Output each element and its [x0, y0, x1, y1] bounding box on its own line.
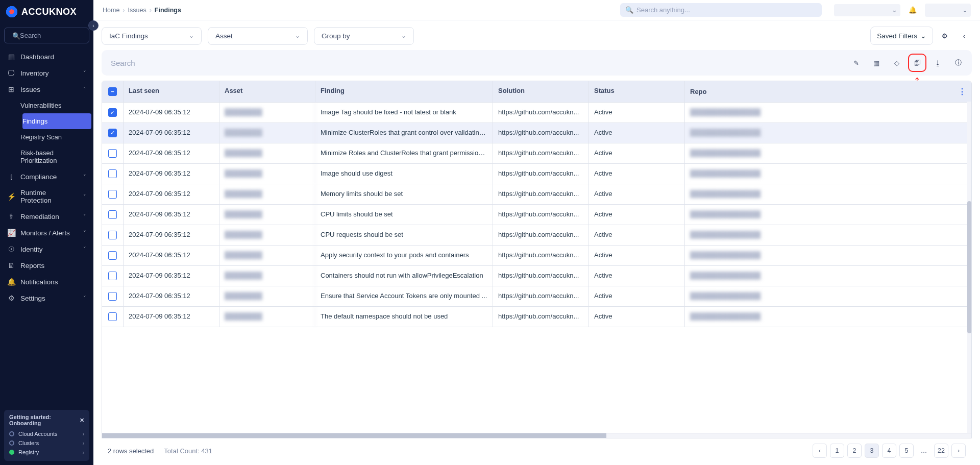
table-row[interactable]: 2024-07-09 06:35:12████████The default n… — [102, 307, 971, 327]
sidebar-item-findings[interactable]: Findings — [22, 113, 91, 129]
row-checkbox[interactable] — [108, 169, 117, 178]
global-search-input[interactable] — [636, 6, 817, 14]
sidebar-item-monitors-alerts[interactable]: 📈Monitors / Alerts˅ — [0, 225, 93, 241]
sidebar-item-compliance[interactable]: ⫿Compliance˅ — [0, 168, 93, 185]
breadcrumb: Home›Issues›Findings — [103, 7, 181, 14]
info-icon[interactable]: ⓘ — [949, 54, 967, 71]
sidebar-search: 🔍 — [4, 28, 89, 43]
sidebar-item-vulnerabilities[interactable]: Vulnerabilities — [20, 97, 93, 113]
user-menu[interactable]: ⌄ — [925, 4, 971, 17]
nav-icon: ⊞ — [7, 85, 15, 93]
row-checkbox[interactable]: ✓ — [108, 129, 117, 137]
saved-filters-button[interactable]: Saved Filters ⌄ — [870, 27, 933, 45]
filter-settings-icon[interactable]: ⚙ — [937, 27, 952, 44]
col-repo[interactable]: Repo — [690, 88, 958, 95]
row-checkbox[interactable] — [108, 292, 117, 301]
search-icon: 🔍 — [625, 6, 633, 14]
table-column-menu-icon[interactable]: ⋮ — [958, 87, 966, 96]
row-checkbox[interactable]: ✓ — [108, 108, 117, 117]
page-2[interactable]: 2 — [847, 444, 862, 458]
columns-icon[interactable]: ▦ — [868, 54, 885, 71]
table-row[interactable]: 2024-07-09 06:35:12████████Minimize Role… — [102, 143, 971, 164]
sidebar-item-risk-based-prioritization[interactable]: Risk-based Prioritization — [20, 145, 93, 168]
table-row[interactable]: 2024-07-09 06:35:12████████Image should … — [102, 164, 971, 184]
cell-status: Active — [589, 286, 685, 306]
sidebar-item-registry-scan[interactable]: Registry Scan — [20, 129, 93, 145]
nav-icon: 🖵 — [7, 69, 15, 77]
total-count: Total Count: 431 — [164, 447, 212, 455]
onboard-step-cloud-accounts[interactable]: Cloud Accounts› — [9, 429, 84, 438]
chevron-up-icon: ˄ — [83, 86, 86, 93]
table-toolbar: ✎ ▦ ◇ 🗐 ↑ ⭳ ⓘ — [102, 50, 972, 76]
sidebar-item-notifications[interactable]: 🔔Notifications — [0, 274, 93, 290]
edit-icon[interactable]: ✎ — [847, 54, 865, 71]
filter-asset[interactable]: Asset ⌄ — [208, 27, 308, 45]
page-22[interactable]: 22 — [934, 444, 948, 458]
page-5[interactable]: 5 — [899, 444, 914, 458]
col-last-seen[interactable]: Last seen — [124, 81, 219, 102]
horizontal-scrollbar[interactable] — [102, 433, 971, 438]
filter-groupby[interactable]: Group by ⌄ — [314, 27, 414, 45]
sidebar-collapse-button[interactable]: ‹ — [88, 20, 99, 31]
notifications-icon[interactable]: 🔔 — [909, 6, 917, 14]
table-body[interactable]: ✓2024-07-09 06:35:12████████Image Tag sh… — [102, 103, 971, 433]
row-checkbox[interactable] — [108, 210, 117, 219]
sidebar-item-settings[interactable]: ⚙Settings˅ — [0, 290, 93, 306]
onboard-step-registry[interactable]: Registry› — [9, 448, 84, 457]
row-checkbox[interactable] — [108, 272, 117, 280]
col-status[interactable]: Status — [589, 81, 685, 102]
onboard-step-clusters[interactable]: Clusters› — [9, 438, 84, 448]
cell-solution: https://github.com/accukn... — [493, 143, 589, 163]
table-row[interactable]: ✓2024-07-09 06:35:12████████Image Tag sh… — [102, 103, 971, 123]
nav-icon: 📈 — [7, 229, 15, 237]
vertical-scrollbar[interactable] — [967, 102, 971, 433]
breadcrumb-home[interactable]: Home — [103, 7, 119, 14]
cell-last-seen: 2024-07-09 06:35:12 — [124, 225, 219, 245]
row-checkbox[interactable] — [108, 231, 117, 239]
filter-finding-type[interactable]: IaC Findings ⌄ — [102, 27, 202, 45]
page-next[interactable]: › — [951, 444, 966, 458]
page-3[interactable]: 3 — [865, 444, 879, 458]
sidebar-item-runtime-protection[interactable]: ⚡Runtime Protection˅ — [0, 185, 93, 208]
create-ticket-icon[interactable]: 🗐 ↑ — [909, 54, 926, 71]
filter-finding-type-label: IaC Findings — [109, 32, 148, 40]
sidebar-item-reports[interactable]: 🗎Reports — [0, 257, 93, 274]
table-row[interactable]: 2024-07-09 06:35:12████████Memory limits… — [102, 184, 971, 205]
tenant-switcher[interactable]: ⌄ — [834, 4, 900, 16]
row-checkbox[interactable] — [108, 190, 117, 199]
col-solution[interactable]: Solution — [493, 81, 589, 102]
col-asset[interactable]: Asset — [219, 81, 315, 102]
download-icon[interactable]: ⭳ — [929, 54, 946, 71]
table-row[interactable]: 2024-07-09 06:35:12████████CPU requests … — [102, 225, 971, 246]
table-row[interactable]: 2024-07-09 06:35:12████████Containers sh… — [102, 266, 971, 286]
row-checkbox[interactable] — [108, 251, 117, 260]
cell-status: Active — [589, 307, 685, 327]
tag-icon[interactable]: ◇ — [888, 54, 905, 71]
sidebar-item-remediation[interactable]: ⚕Remediation˅ — [0, 208, 93, 225]
cell-solution: https://github.com/accukn... — [493, 164, 589, 184]
cell-last-seen: 2024-07-09 06:35:12 — [124, 103, 219, 123]
select-all-checkbox[interactable]: – — [108, 87, 117, 96]
col-finding[interactable]: Finding — [315, 81, 493, 102]
table-row[interactable]: ✓2024-07-09 06:35:12████████Minimize Clu… — [102, 123, 971, 143]
chevron-down-icon: ⌄ — [920, 32, 926, 40]
sidebar-item-issues[interactable]: ⊞Issues˄ — [0, 81, 93, 97]
table-row[interactable]: 2024-07-09 06:35:12████████Apply securit… — [102, 246, 971, 266]
page-4[interactable]: 4 — [882, 444, 896, 458]
sidebar-item-identity[interactable]: ☉Identity˅ — [0, 241, 93, 257]
page-prev[interactable]: ‹ — [813, 444, 827, 458]
table-search-input[interactable] — [107, 56, 842, 70]
row-checkbox[interactable] — [108, 149, 117, 158]
table-row[interactable]: 2024-07-09 06:35:12████████CPU limits sh… — [102, 205, 971, 225]
breadcrumb-issues[interactable]: Issues — [128, 7, 146, 14]
page-1[interactable]: 1 — [830, 444, 844, 458]
row-checkbox[interactable] — [108, 312, 117, 321]
cell-last-seen: 2024-07-09 06:35:12 — [124, 286, 219, 306]
close-icon[interactable]: ✕ — [80, 417, 84, 424]
collapse-filters-icon[interactable]: ‹ — [957, 27, 972, 44]
table-row[interactable]: 2024-07-09 06:35:12████████Ensure that S… — [102, 286, 971, 307]
nav-icon: 🗎 — [7, 261, 15, 270]
sidebar-item-dashboard[interactable]: ▦Dashboard — [0, 48, 93, 65]
sidebar-item-inventory[interactable]: 🖵Inventory˅ — [0, 65, 93, 81]
cell-finding: The default namespace should not be used — [315, 307, 493, 327]
